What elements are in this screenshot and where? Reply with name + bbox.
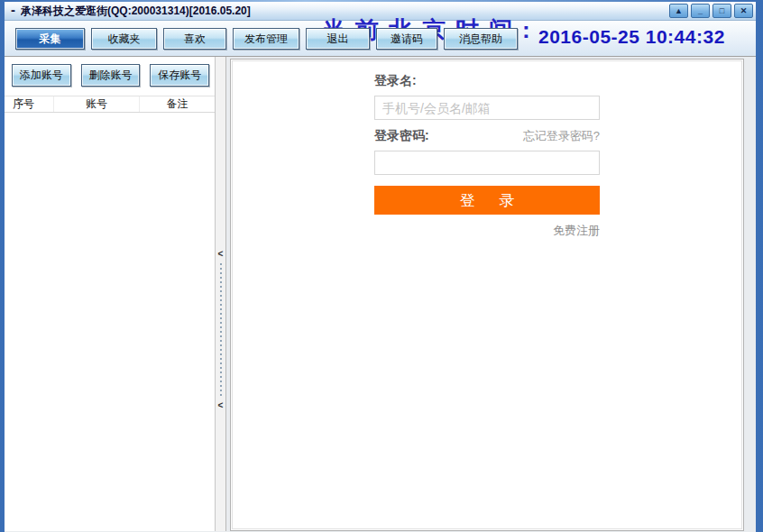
maximize-icon: □ [720,7,724,15]
password-input[interactable] [374,151,600,175]
collapse-left-icon[interactable]: < [218,399,224,412]
register-row: 免费注册 [374,222,600,239]
column-header-account[interactable]: 账号 [54,96,140,112]
account-table-header: 序号 账号 备注 [5,96,215,113]
minimize-button[interactable]: _ [691,4,710,18]
save-account-button[interactable]: 保存账号 [150,64,209,87]
password-label: 登录密码: [374,128,429,144]
toolbar-button-message-help[interactable]: 消息帮助 [444,28,518,50]
column-header-note[interactable]: 备注 [140,96,215,112]
free-register-link[interactable]: 免费注册 [553,224,600,237]
collapse-left-icon[interactable]: < [218,248,224,261]
toolbar-button-collect[interactable]: 采集 [15,28,85,50]
toolbar: 当前北京时间: 采集 收藏夹 喜欢 发布管理 退出 邀请码 消息帮助 2016-… [5,21,756,57]
rollup-icon: ▲ [675,7,683,15]
window-controls: ▲ _ □ ✕ [669,4,753,18]
password-label-row: 登录密码: 忘记登录密码? [374,128,600,144]
toolbar-button-likes[interactable]: 喜欢 [163,28,226,50]
panel-splitter[interactable]: < < [216,57,226,531]
login-panel: 登录名: 登录密码: 忘记登录密码? 登 录 免费注册 [230,59,744,531]
login-panel-inner: 登录名: 登录密码: 忘记登录密码? 登 录 免费注册 [232,60,742,529]
minimize-icon: _ [698,7,703,15]
window-body: - 承泽科技之爱逛街(QQ:200031314)[2016.05.20] ▲ _… [5,2,756,532]
close-icon: ✕ [740,7,748,15]
forgot-password-link[interactable]: 忘记登录密码? [523,128,600,144]
account-list[interactable] [5,113,215,531]
close-button[interactable]: ✕ [734,4,753,18]
add-account-button[interactable]: 添加账号 [12,64,71,87]
toolbar-buttons: 采集 收藏夹 喜欢 发布管理 退出 邀请码 消息帮助 [15,28,524,50]
splitter-grip[interactable] [220,263,222,397]
rollup-button[interactable]: ▲ [669,4,688,18]
accounts-panel: 添加账号 删除账号 保存账号 序号 账号 备注 [5,57,216,531]
toolbar-button-invite-code[interactable]: 邀请码 [376,28,437,50]
account-actions: 添加账号 删除账号 保存账号 [5,57,215,96]
system-menu-icon[interactable]: - [7,4,21,18]
toolbar-button-exit[interactable]: 退出 [306,28,370,50]
login-button[interactable]: 登 录 [374,186,600,215]
username-label: 登录名: [374,73,600,89]
app-window: - 承泽科技之爱逛街(QQ:200031314)[2016.05.20] ▲ _… [0,0,763,532]
login-form: 登录名: 登录密码: 忘记登录密码? 登 录 免费注册 [374,73,600,239]
content-area: 登录名: 登录密码: 忘记登录密码? 登 录 免费注册 [226,57,756,531]
delete-account-button[interactable]: 删除账号 [81,64,141,87]
toolbar-button-publish-manage[interactable]: 发布管理 [233,28,299,50]
username-input[interactable] [374,96,600,120]
datetime-display: 2016-05-25 10:44:32 [538,26,725,48]
toolbar-button-favorites[interactable]: 收藏夹 [91,28,157,50]
column-header-seq[interactable]: 序号 [5,96,54,112]
maximize-button[interactable]: □ [712,4,731,18]
main-area: 添加账号 删除账号 保存账号 序号 账号 备注 < < [5,57,756,531]
